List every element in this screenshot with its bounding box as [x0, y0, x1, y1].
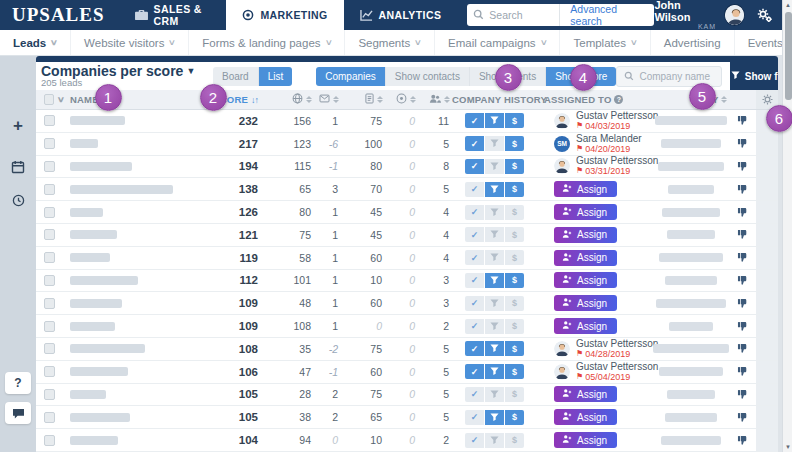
dismiss-thumbs-down-icon[interactable] — [730, 366, 756, 377]
companies-button[interactable]: Companies — [316, 67, 386, 86]
column-header-ads[interactable] — [385, 93, 418, 106]
chat-button[interactable] — [5, 402, 31, 424]
row-checkbox[interactable] — [44, 343, 55, 354]
subnav-item-templates[interactable]: Templates∨ — [560, 30, 650, 55]
dismiss-thumbs-down-icon[interactable] — [730, 252, 756, 263]
advanced-search-button[interactable]: Advanced search — [559, 4, 654, 26]
row-checkbox[interactable] — [44, 298, 55, 309]
history-funnel-icon[interactable] — [485, 250, 504, 265]
assigned-to-cell[interactable]: Assign — [540, 432, 652, 448]
subnav-item-advertising[interactable]: Advertising — [651, 30, 735, 55]
subnav-item-segments[interactable]: Segments∨ — [345, 30, 435, 55]
history-dollar-icon[interactable]: $ — [505, 319, 524, 334]
history-funnel-icon[interactable] — [485, 136, 504, 151]
history-check-icon[interactable]: ✓ — [465, 113, 484, 128]
table-row[interactable]: 10647-16005✓$Gustav Pettersson⚑05/04/201… — [36, 361, 778, 384]
add-icon[interactable]: + — [0, 116, 36, 136]
history-check-icon[interactable]: ✓ — [465, 227, 484, 242]
row-checkbox[interactable] — [44, 184, 55, 195]
history-funnel-icon[interactable] — [485, 410, 504, 425]
table-row[interactable]: 1195816004✓$Assign — [36, 247, 778, 270]
assigned-to-cell[interactable]: Gustav Pettersson⚑03/31/2019 — [540, 156, 652, 176]
clock-icon[interactable] — [0, 194, 36, 207]
row-checkbox[interactable] — [44, 229, 55, 240]
table-row[interactable]: 1268014504✓$Assign — [36, 201, 778, 224]
column-header-assigned-to[interactable]: ASSIGNED TO ? — [540, 94, 652, 105]
nav-tab-marketing[interactable]: MARKETING — [226, 0, 343, 30]
row-checkbox[interactable] — [44, 321, 55, 332]
column-header-forms[interactable] — [341, 93, 385, 106]
dismiss-thumbs-down-icon[interactable] — [730, 343, 756, 354]
calendar-icon[interactable] — [0, 160, 36, 174]
history-dollar-icon[interactable]: $ — [505, 273, 524, 288]
history-check-icon[interactable]: ✓ — [465, 250, 484, 265]
select-all-checkbox[interactable] — [44, 94, 54, 105]
row-checkbox[interactable] — [44, 138, 55, 149]
dismiss-thumbs-down-icon[interactable] — [730, 275, 756, 286]
board-button[interactable]: Board — [213, 67, 259, 86]
table-row[interactable]: 1217514504✓$Assign — [36, 224, 778, 247]
assigned-to-cell[interactable]: Assign — [540, 318, 652, 334]
history-dollar-icon[interactable]: $ — [505, 113, 524, 128]
table-row[interactable]: 232156175011✓$Gustav Pettersson⚑04/03/20… — [36, 110, 778, 133]
nav-tab-sales-crm[interactable]: SALES & CRM — [119, 0, 227, 30]
assign-button[interactable]: Assign — [554, 272, 617, 288]
history-funnel-icon[interactable] — [485, 387, 504, 402]
assigned-to-cell[interactable]: Assign — [540, 409, 652, 425]
assign-button[interactable]: Assign — [554, 409, 617, 425]
assigned-to-cell[interactable]: Gustav Pettersson⚑05/04/2019 — [540, 362, 652, 382]
assigned-to-cell[interactable]: Assign — [540, 181, 652, 197]
assigned-to-cell[interactable]: Assign — [540, 386, 652, 402]
history-check-icon[interactable]: ✓ — [465, 296, 484, 311]
history-funnel-icon[interactable] — [485, 433, 504, 448]
table-row[interactable]: 1053826505✓$Assign — [36, 406, 778, 429]
dismiss-thumbs-down-icon[interactable] — [730, 298, 756, 309]
settings-cogs-icon[interactable] — [755, 0, 782, 30]
help-question-icon[interactable]: ? — [614, 95, 623, 104]
history-check-icon[interactable]: ✓ — [465, 319, 484, 334]
assigned-to-cell[interactable]: Assign — [540, 227, 652, 243]
dismiss-thumbs-down-icon[interactable] — [730, 138, 756, 149]
history-dollar-icon[interactable]: $ — [505, 364, 524, 379]
company-name-input[interactable] — [639, 71, 719, 82]
scrollbar-thumb[interactable] — [785, 12, 792, 100]
list-button[interactable]: List — [259, 67, 293, 86]
assigned-to-cell[interactable]: Assign — [540, 204, 652, 220]
history-check-icon[interactable]: ✓ — [465, 433, 484, 448]
history-dollar-icon[interactable]: $ — [505, 341, 524, 356]
avatar[interactable] — [724, 4, 745, 26]
user-block[interactable]: John Wilson KAM — [654, 0, 716, 30]
history-dollar-icon[interactable]: $ — [505, 227, 524, 242]
subnav-item-email-campaigns[interactable]: Email campaigns∨ — [435, 30, 560, 55]
scroll-down-arrow[interactable]: ▼ — [783, 444, 792, 450]
history-dollar-icon[interactable]: $ — [505, 159, 524, 174]
history-dollar-icon[interactable]: $ — [505, 387, 524, 402]
history-dollar-icon[interactable]: $ — [505, 433, 524, 448]
row-checkbox[interactable] — [44, 161, 55, 172]
column-header-contacts[interactable] — [418, 93, 452, 106]
history-dollar-icon[interactable]: $ — [505, 182, 524, 197]
assigned-to-cell[interactable]: SMSara Melander⚑04/20/2019 — [540, 134, 652, 154]
table-row[interactable]: 217123-610005✓$SMSara Melander⚑04/20/201… — [36, 133, 778, 156]
table-row[interactable]: 1386537005✓$Assign — [36, 178, 778, 201]
dismiss-thumbs-down-icon[interactable] — [730, 207, 756, 218]
history-dollar-icon[interactable]: $ — [505, 205, 524, 220]
row-checkbox[interactable] — [44, 207, 55, 218]
subnav-item-forms-landing-pages[interactable]: Forms & landing pages∨ — [189, 30, 345, 55]
history-funnel-icon[interactable] — [485, 341, 504, 356]
global-search-input[interactable] — [489, 9, 553, 21]
column-header-mail[interactable] — [314, 94, 341, 105]
assigned-to-cell[interactable]: Assign — [540, 250, 652, 266]
assign-button[interactable]: Assign — [554, 204, 617, 220]
assign-button[interactable]: Assign — [554, 295, 617, 311]
assigned-to-cell[interactable]: Assign — [540, 295, 652, 311]
help-button[interactable]: ? — [5, 372, 31, 394]
column-header-score[interactable]: SCORE ↓↑ — [226, 94, 260, 105]
history-funnel-icon[interactable] — [485, 205, 504, 220]
history-check-icon[interactable]: ✓ — [465, 159, 484, 174]
history-dollar-icon[interactable]: $ — [505, 410, 524, 425]
row-checkbox[interactable] — [44, 366, 55, 377]
dismiss-thumbs-down-icon[interactable] — [730, 115, 756, 126]
column-header-company-history[interactable]: COMPANY HISTORY — [452, 94, 540, 105]
assign-button[interactable]: Assign — [554, 250, 617, 266]
